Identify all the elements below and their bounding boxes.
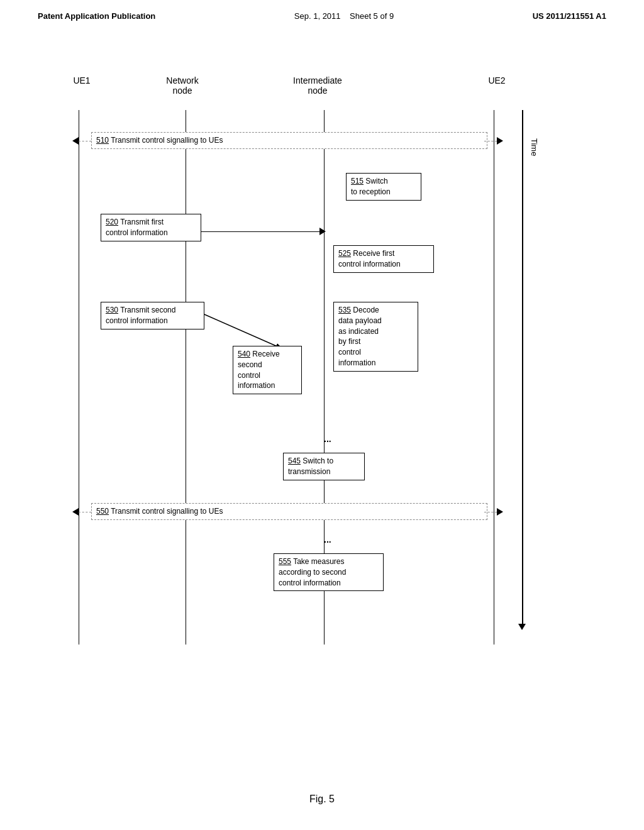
- box-515-num: 515: [351, 177, 364, 185]
- ellipsis-2: ...: [324, 534, 331, 545]
- vline-ue1: [79, 110, 79, 645]
- box-550-text: Transmit control signalling to UEs: [109, 507, 223, 516]
- header-center: Sep. 1, 2011 Sheet 5 of 9: [294, 11, 394, 21]
- arrow-550-left-head: [72, 508, 79, 516]
- box-530-num: 530: [106, 306, 118, 314]
- arrow-520-to-525: [201, 231, 321, 232]
- arrow-510-right: [484, 141, 497, 141]
- svg-line-1: [204, 314, 283, 349]
- col-network-node: Network node: [157, 75, 208, 96]
- arrow-550-right: [484, 512, 497, 512]
- box-550: 550 Transmit control signalling to UEs: [91, 503, 487, 520]
- header-sheet: Sheet 5 of 9: [350, 11, 394, 21]
- box-555-num: 555: [279, 557, 291, 566]
- box-545: 545 Switch totransmission: [283, 453, 365, 480]
- header-date: Sep. 1, 2011: [294, 11, 341, 21]
- arrow-510-left: [79, 141, 91, 141]
- box-510-num: 510: [96, 136, 109, 145]
- box-515: 515 Switchto reception: [346, 173, 421, 201]
- time-label: Time: [530, 138, 539, 156]
- time-arrow-line: [522, 110, 523, 626]
- header-left: Patent Application Publication: [38, 11, 155, 21]
- box-550-num: 550: [96, 507, 109, 516]
- header-right: US 2011/211551 A1: [533, 11, 606, 21]
- arrow-550-right-head: [497, 508, 503, 516]
- arrow-550-left: [79, 512, 91, 512]
- col-ue2: UE2: [478, 75, 516, 86]
- arrow-510-left-head: [72, 137, 79, 145]
- page-header: Patent Application Publication Sep. 1, 2…: [0, 0, 644, 21]
- box-525-num: 525: [338, 249, 351, 258]
- col-ue1: UE1: [63, 75, 101, 86]
- box-555: 555 Take measuresaccording to secondcont…: [274, 553, 384, 591]
- vline-network: [186, 110, 186, 645]
- vline-ue2: [494, 110, 494, 645]
- box-535: 535 Decodedata payloadas indicatedby fir…: [333, 302, 418, 372]
- fig-label: Fig. 5: [0, 794, 644, 805]
- box-510-text: Transmit control signalling to UEs: [109, 136, 223, 145]
- box-540: 540 Receivesecondcontrolinformation: [233, 346, 302, 394]
- box-535-num: 535: [338, 306, 351, 314]
- time-arrowhead: [518, 624, 526, 630]
- box-510: 510 Transmit control signalling to UEs: [91, 132, 487, 149]
- box-530: 530 Transmit secondcontrol information: [101, 302, 204, 329]
- box-540-num: 540: [238, 350, 250, 358]
- arrow-520-to-525-head: [319, 228, 326, 235]
- box-520: 520 Transmit firstcontrol information: [101, 214, 201, 241]
- arrow-510-right-head: [497, 137, 503, 145]
- ellipsis-1: ...: [324, 434, 331, 444]
- col-intermediate-node: Intermediate node: [283, 75, 352, 96]
- box-525: 525 Receive firstcontrol information: [333, 245, 434, 273]
- box-520-num: 520: [106, 218, 118, 226]
- box-545-num: 545: [288, 456, 301, 465]
- diagram: UE1 Network node Intermediate node UE2 T…: [38, 75, 606, 729]
- box-535-text: Decodedata payloadas indicatedby firstco…: [338, 306, 382, 367]
